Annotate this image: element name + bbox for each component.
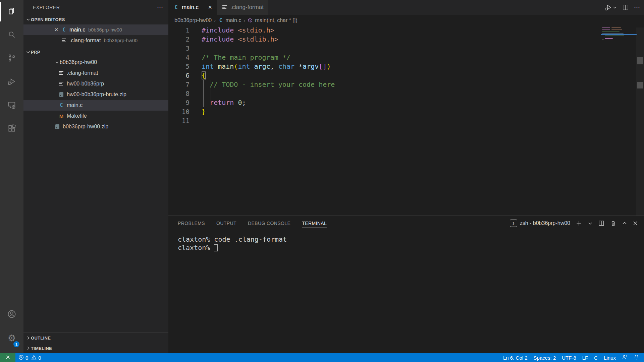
problems-status[interactable]: 0 0: [15, 353, 44, 362]
activitybar-search[interactable]: [0, 23, 23, 47]
eol-status[interactable]: LF: [579, 353, 591, 362]
tree-file-hw00-brute-zip[interactable]: hw00-b0b36prp-brute.zip: [23, 89, 168, 100]
settings-file-icon: [222, 4, 228, 10]
breadcrumb-separator: ›: [244, 17, 245, 23]
terminal-selector[interactable]: ❯ zsh - b0b36prp-hw00: [510, 220, 570, 227]
editor-tabs: C main.c ✕ .clang-format ⋯: [168, 0, 644, 15]
tree-file-main-c[interactable]: C main.c: [23, 100, 168, 111]
outline-section-header[interactable]: OUTLINE: [23, 333, 168, 343]
open-editor-main-c[interactable]: ✕ C main.c b0b36prp-hw00: [23, 24, 168, 35]
tab-main-c[interactable]: C main.c ✕: [168, 0, 217, 15]
chevron-down-icon: [25, 17, 31, 22]
editor-scrollbar[interactable]: [636, 27, 644, 216]
open-editor-clang-format[interactable]: .clang-format b0b36prp-hw00: [23, 35, 168, 46]
warning-count: 0: [38, 355, 41, 361]
remote-icon: [5, 354, 11, 361]
open-editor-name: main.c: [69, 27, 85, 33]
new-terminal-button[interactable]: [576, 220, 582, 227]
breadcrumb-separator: ›: [214, 17, 216, 23]
close-icon[interactable]: ✕: [208, 4, 212, 10]
tab-output[interactable]: OUTPUT: [216, 216, 236, 231]
tree-file-makefile[interactable]: M Makefile: [23, 111, 168, 121]
status-bar: 0 0 Ln 6, Col 2 Spaces: 2 UTF-8 LF C Lin…: [0, 353, 644, 362]
terminal-dropdown-icon[interactable]: [588, 221, 593, 226]
breadcrumb: b0b36prp-hw00 › C main.c › main(int, cha…: [168, 15, 644, 26]
tree-file-clang-format[interactable]: .clang-format: [23, 68, 168, 78]
more-actions-icon[interactable]: ⋯: [634, 4, 641, 11]
activitybar-remote-explorer[interactable]: [0, 94, 23, 117]
minimap-current-line: [601, 34, 637, 35]
c-file-icon: C: [218, 17, 223, 23]
code-line: 2 #include <stdlib.h>: [168, 35, 644, 44]
code-line: 7 // TODO - insert your code here: [168, 80, 644, 89]
error-count: 0: [25, 355, 28, 361]
split-terminal-button[interactable]: [598, 220, 605, 227]
sidebar-bottom-sections: OUTLINE TIMELINE: [23, 333, 168, 353]
workspace-section-header[interactable]: PRP: [23, 47, 168, 57]
terminal-cursor: [214, 244, 218, 251]
tab-terminal[interactable]: TERMINAL: [302, 216, 327, 231]
code-line: 10 }: [168, 107, 644, 116]
breadcrumb-folder[interactable]: b0b36prp-hw00: [174, 17, 212, 23]
tab-clang-format[interactable]: .clang-format: [217, 0, 268, 15]
run-or-debug-button[interactable]: [604, 3, 617, 12]
chevron-down-icon: [54, 60, 60, 65]
minimap[interactable]: [602, 27, 636, 68]
breadcrumb-file[interactable]: C main.c: [218, 17, 241, 23]
sidebar-title: EXPLORER: [33, 5, 60, 10]
tree-folder-b0b36prp-hw00[interactable]: b0b36prp-hw00: [23, 57, 168, 68]
chevron-right-icon: [25, 335, 31, 341]
tab-debug-console[interactable]: DEBUG CONSOLE: [248, 216, 290, 231]
notifications-button[interactable]: [631, 353, 644, 362]
settings-file-icon: [61, 38, 67, 44]
indentation-status[interactable]: Spaces: 2: [531, 353, 559, 362]
panel-actions: ❯ zsh - b0b36prp-hw00: [510, 216, 638, 231]
activitybar-settings[interactable]: ⚙ 1: [0, 326, 23, 350]
explorer-more-actions-icon[interactable]: ⋯: [157, 4, 164, 11]
close-icon[interactable]: ✕: [52, 27, 61, 33]
close-panel-button[interactable]: [633, 221, 638, 226]
terminal-output[interactable]: claxton% code .clang-formatclaxton%: [168, 231, 644, 252]
remote-indicator[interactable]: [0, 353, 15, 362]
activitybar-explorer[interactable]: [0, 0, 23, 23]
timeline-section-header[interactable]: TIMELINE: [23, 343, 168, 353]
settings-file-icon: [58, 70, 64, 76]
split-editor-button[interactable]: [622, 4, 629, 11]
activitybar-accounts[interactable]: [0, 303, 23, 326]
chevron-down-icon: [25, 49, 31, 55]
tree-file-b0b36prp-hw00-zip[interactable]: b0b36prp-hw00.zip: [23, 121, 168, 132]
language-mode-status[interactable]: C: [591, 353, 601, 362]
text-cursor: [206, 72, 206, 80]
settings-badge: 1: [13, 341, 19, 347]
breadcrumb-symbol[interactable]: main(int, char * []): [248, 17, 297, 23]
search-icon: [7, 30, 16, 40]
activitybar-bottom: ⚙ 1: [0, 303, 23, 350]
c-file-icon: C: [61, 27, 67, 33]
terminal-icon: ❯: [510, 220, 517, 227]
feedback-button[interactable]: [619, 353, 631, 362]
code-line-current: 6 {: [168, 71, 644, 80]
terminal-line: claxton%: [178, 244, 644, 252]
activitybar-source-control[interactable]: [0, 47, 23, 70]
os-status[interactable]: Linux: [601, 353, 619, 362]
tab-problems[interactable]: PROBLEMS: [178, 216, 205, 231]
terminal-line: claxton% code .clang-format: [178, 235, 644, 244]
open-editor-description: b0b36prp-hw00: [104, 38, 138, 43]
code-editor[interactable]: 1 #include <stdio.h> 2 #include <stdlib.…: [168, 26, 644, 125]
activitybar-extensions[interactable]: [0, 117, 23, 141]
activitybar-run-debug[interactable]: [0, 70, 23, 94]
tree-indent-guide: [57, 78, 57, 132]
encoding-status[interactable]: UTF-8: [559, 353, 579, 362]
cursor-position-status[interactable]: Ln 6, Col 2: [500, 353, 531, 362]
kill-terminal-button[interactable]: [610, 220, 616, 227]
open-editors-header[interactable]: OPEN EDITORS: [23, 14, 168, 24]
status-bar-right: Ln 6, Col 2 Spaces: 2 UTF-8 LF C Linux: [500, 353, 644, 362]
maximize-panel-button[interactable]: [622, 221, 627, 226]
code-line: 1 #include <stdio.h>: [168, 26, 644, 35]
zip-file-icon: [54, 124, 60, 130]
active-indent-guide: [203, 80, 204, 107]
open-editor-description: b0b36prp-hw00: [88, 27, 122, 33]
bell-icon: [634, 354, 639, 361]
extensions-icon: [7, 124, 16, 134]
tree-file-hw00-b0b36prp[interactable]: hw00-b0b36prp: [23, 78, 168, 89]
